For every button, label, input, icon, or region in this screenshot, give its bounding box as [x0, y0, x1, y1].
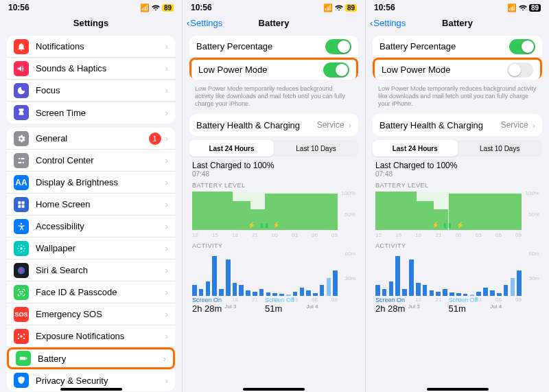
status-bar: 10:56📶89	[366, 0, 549, 14]
exposure-icon	[14, 329, 29, 344]
seg-24h[interactable]: Last 24 Hours	[373, 140, 458, 157]
badge: 1	[149, 132, 161, 145]
chevron-right-icon: ›	[165, 287, 168, 297]
sounds-icon	[14, 61, 29, 76]
battery-percentage-toggle[interactable]	[325, 39, 351, 54]
battery-percentage-row: Battery Percentage	[189, 36, 358, 58]
last-charged-time: 07:48	[375, 170, 539, 178]
settings-group-2: General1›Control Center›AADisplay & Brig…	[7, 128, 175, 391]
chevron-right-icon: ›	[165, 331, 168, 341]
settings-row-faceid[interactable]: Face ID & Passcode›	[7, 281, 175, 303]
svg-rect-4	[18, 201, 21, 204]
seg-24h[interactable]: Last 24 Hours	[189, 140, 274, 157]
battery-badge: 89	[162, 4, 174, 12]
battery-toggles-group: Battery PercentageLow Power Mode	[189, 36, 358, 80]
svg-point-2	[23, 161, 24, 163]
chevron-left-icon: ‹	[187, 18, 189, 28]
faceid-icon	[14, 285, 29, 300]
signal-icon: 📶	[507, 3, 517, 12]
settings-row-screentime[interactable]: Screen Time›	[7, 102, 175, 124]
chevron-right-icon: ›	[165, 63, 168, 73]
activity-bars	[192, 252, 338, 296]
general-icon	[14, 131, 29, 146]
row-label: Display & Brightness	[36, 177, 165, 187]
row-label: Battery Percentage	[196, 41, 325, 51]
navbar: ‹SettingsBattery	[366, 14, 549, 32]
row-label: Accessibility	[36, 221, 165, 231]
row-label: Emergency SOS	[36, 309, 165, 319]
clock: 10:56	[374, 3, 395, 12]
battery-toggles-group: Battery PercentageLow Power Mode	[373, 36, 542, 80]
settings-row-focus[interactable]: Focus›	[7, 80, 175, 102]
screen-off-value: 51m	[265, 303, 338, 314]
battery-level-label: BATTERY LEVEL	[375, 182, 539, 189]
home-indicator[interactable]	[427, 388, 489, 391]
chevron-right-icon: ›	[165, 221, 168, 231]
svg-point-13	[20, 335, 23, 338]
svg-point-10	[18, 266, 25, 274]
settings-row-battery[interactable]: Battery›	[7, 347, 175, 369]
battery-percentage-row: Battery Percentage	[373, 36, 542, 58]
back-button[interactable]: ‹Settings	[187, 18, 222, 28]
wifi-icon	[152, 5, 160, 11]
battery-health-row[interactable]: Battery Health & ChargingService›	[189, 114, 358, 136]
settings-row-homescreen[interactable]: Home Screen›	[7, 194, 175, 216]
home-indicator[interactable]	[60, 388, 122, 391]
last-charged-time: 07:48	[192, 170, 355, 178]
settings-row-wallpaper[interactable]: Wallpaper›	[7, 238, 175, 260]
chevron-right-icon: ›	[165, 133, 168, 143]
seg-10d[interactable]: Last 10 Days	[458, 140, 543, 157]
chevron-left-icon: ‹	[370, 18, 373, 28]
settings-row-notifications[interactable]: Notifications›	[7, 36, 175, 58]
settings-row-siri[interactable]: Siri & Search›	[7, 260, 175, 281]
chevron-right-icon: ›	[533, 120, 535, 130]
screen-on-value: 2h 28m	[375, 303, 449, 314]
page-title: Settings	[73, 18, 108, 28]
svg-point-16	[18, 337, 19, 338]
time-range-segmented[interactable]: Last 24 HoursLast 10 Days	[189, 140, 358, 157]
row-label: Siri & Search	[36, 265, 165, 275]
screen-on-label: Screen On	[375, 297, 449, 303]
home-indicator[interactable]	[243, 388, 305, 391]
svg-rect-7	[22, 205, 25, 207]
battery-health-row[interactable]: Battery Health & ChargingService›	[373, 114, 542, 136]
settings-row-exposure[interactable]: Exposure Notifications›	[7, 325, 175, 347]
svg-rect-5	[22, 201, 25, 204]
display-icon: AA	[14, 175, 29, 190]
chevron-right-icon: ›	[165, 309, 168, 319]
low-power-mode-toggle[interactable]	[323, 62, 349, 78]
svg-point-12	[22, 291, 23, 292]
settings-row-controlcenter[interactable]: Control Center›	[7, 150, 175, 172]
row-label: Sounds & Haptics	[36, 63, 165, 73]
x-ticks: 1215182100030609	[192, 232, 338, 238]
lpm-description: Low Power Mode temporarily reduces backg…	[183, 84, 365, 110]
clock: 10:56	[8, 3, 30, 12]
chevron-right-icon: ›	[165, 41, 168, 51]
clock: 10:56	[191, 3, 212, 12]
svg-point-15	[23, 333, 25, 334]
settings-row-sos[interactable]: SOSEmergency SOS›	[7, 303, 175, 325]
settings-row-display[interactable]: AADisplay & Brightness›	[7, 172, 175, 194]
usage-summary: Screen On2h 28mScreen Off51m	[375, 297, 522, 314]
axis-label: 30m	[344, 275, 355, 281]
back-button[interactable]: ‹Settings	[370, 18, 406, 28]
battery-badge: 89	[529, 4, 541, 12]
privacy-icon	[14, 373, 29, 388]
settings-row-general[interactable]: General1›	[7, 128, 175, 150]
settings-row-accessibility[interactable]: Accessibility›	[7, 216, 175, 238]
time-range-segmented[interactable]: Last 24 HoursLast 10 Days	[373, 140, 542, 157]
status-bar: 10:56 📶 89	[0, 0, 182, 14]
battery-level-chart: 100%50%⚡ ▮▮ ⚡1215182100030609	[375, 190, 539, 238]
usage-section: Last Charged to 100%07:48BATTERY LEVEL10…	[183, 161, 365, 312]
last-charged-title: Last Charged to 100%	[192, 161, 355, 170]
seg-10d[interactable]: Last 10 Days	[274, 140, 358, 157]
settings-row-sounds[interactable]: Sounds & Haptics›	[7, 58, 175, 80]
battery-panel-lpm-on: 10:56📶89‹SettingsBatteryBattery Percenta…	[183, 0, 366, 392]
low-power-mode-toggle[interactable]	[507, 62, 533, 78]
siri-icon	[14, 263, 29, 278]
chevron-right-icon: ›	[165, 265, 168, 275]
back-label: Settings	[190, 18, 222, 28]
battery-percentage-toggle[interactable]	[509, 39, 535, 54]
navbar: Settings	[0, 14, 182, 32]
battery-panel-lpm-off: 10:56📶89‹SettingsBatteryBattery Percenta…	[366, 0, 549, 392]
